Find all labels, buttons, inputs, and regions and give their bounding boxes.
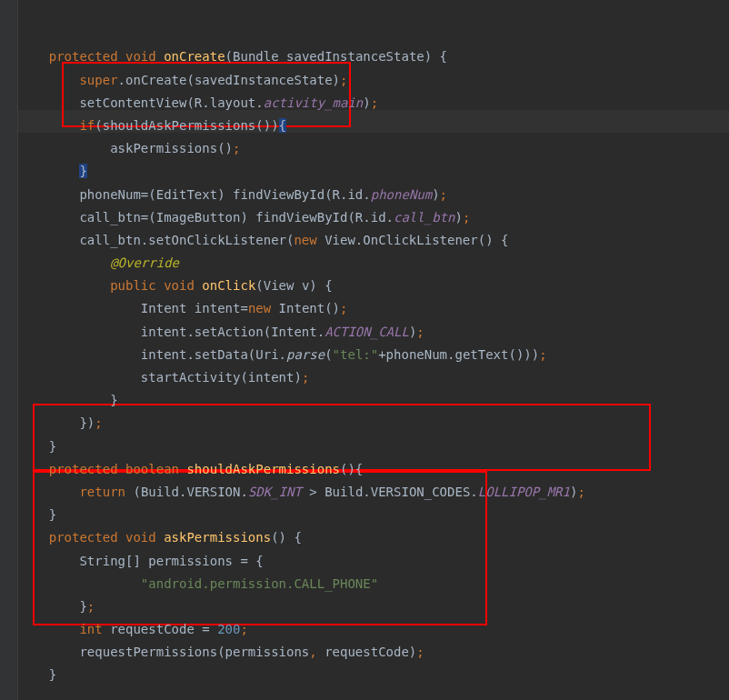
code-line[interactable]: "android.permission.CALL_PHONE": [18, 573, 585, 595]
code-line[interactable]: };: [18, 595, 585, 618]
code-line[interactable]: [18, 687, 585, 700]
code-line[interactable]: }: [18, 435, 585, 458]
code-line[interactable]: public void onClick(View v) {: [18, 275, 585, 297]
code-line[interactable]: intent.setData(Uri.parse("tel:"+phoneNum…: [18, 344, 585, 366]
code-line[interactable]: call_btn=(ImageButton) findViewById(R.id…: [18, 206, 585, 229]
code-line[interactable]: requestPermissions(permissions, requestC…: [18, 641, 585, 664]
code-line[interactable]: }: [18, 160, 585, 183]
code-line[interactable]: protected void onCreate(Bundle savedInst…: [18, 45, 585, 68]
code-line[interactable]: }: [18, 389, 585, 412]
code-line[interactable]: askPermissions();: [18, 137, 585, 160]
code-line[interactable]: call_btn.setOnClickListener(new View.OnC…: [18, 229, 585, 252]
code-line[interactable]: phoneNum=(EditText) findViewById(R.id.ph…: [18, 184, 585, 206]
code-line[interactable]: return (Build.VERSION.SDK_INT > Build.VE…: [18, 481, 585, 504]
code-line[interactable]: });: [18, 412, 585, 435]
code-line[interactable]: intent.setAction(Intent.ACTION_CALL);: [18, 321, 585, 344]
code-line[interactable]: int requestCode = 200;: [18, 618, 585, 641]
code-line[interactable]: if(shouldAskPermissions()){: [18, 115, 585, 137]
code-line[interactable]: protected void askPermissions() {: [18, 526, 585, 549]
editor-gutter: [0, 0, 18, 700]
code-line[interactable]: }: [18, 504, 585, 526]
code-line[interactable]: setContentView(R.layout.activity_main);: [18, 92, 585, 115]
code-line[interactable]: super.onCreate(savedInstanceState);: [18, 69, 585, 92]
code-line[interactable]: @Override: [18, 252, 585, 275]
code-line[interactable]: Intent intent=new Intent();: [18, 297, 585, 320]
code-line[interactable]: startActivity(intent);: [18, 366, 585, 389]
code-line[interactable]: }: [18, 664, 585, 686]
code-editor-content[interactable]: protected void onCreate(Bundle savedInst…: [18, 0, 585, 700]
code-line[interactable]: String[] permissions = {: [18, 550, 585, 573]
code-line[interactable]: protected boolean shouldAskPermissions()…: [18, 458, 585, 481]
